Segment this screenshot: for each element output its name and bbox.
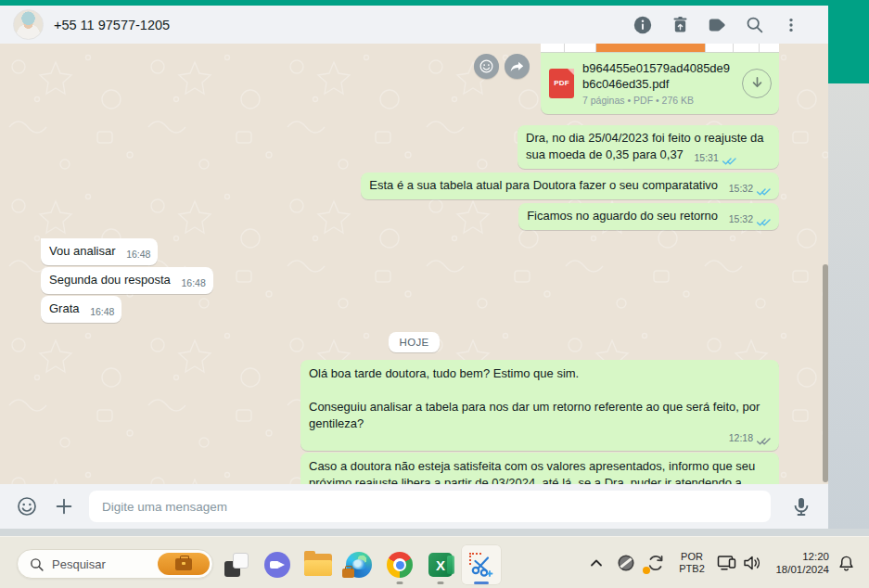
message-row: Grata 16:48 (0, 296, 828, 323)
attach-plus-icon[interactable] (52, 494, 76, 518)
message-text: Esta é a sua tabela atual para Doutora f… (369, 178, 718, 192)
download-icon[interactable] (742, 69, 772, 98)
react-emoji-icon[interactable] (474, 54, 499, 79)
chevron-up-icon[interactable] (584, 537, 608, 588)
file-explorer-icon[interactable] (298, 544, 339, 585)
composer-bar (0, 484, 828, 529)
read-ticks-icon (756, 217, 772, 227)
excel-icon[interactable]: X (420, 544, 461, 585)
message-bubble[interactable]: Vou analisar 16:48 (41, 238, 158, 265)
clock[interactable]: 12:20 18/01/2024 (766, 537, 829, 588)
blocked-icon[interactable] (613, 537, 639, 588)
teams-chat-icon[interactable] (257, 544, 298, 585)
read-ticks-icon (722, 156, 737, 166)
edge-work-badge (342, 569, 354, 578)
message-time: 12:18 (729, 429, 753, 446)
message-text: Ficamos no aguardo do seu retorno (527, 209, 718, 223)
clock-time: 12:20 (802, 550, 829, 563)
cast-display-icon[interactable] (714, 537, 740, 588)
message-row: Segunda dou resposta 16:48 (0, 267, 828, 294)
message-row: PDF b964455e01579ad4085de9b6c046ed35.pdf… (0, 44, 828, 114)
message-time: 15:31 (694, 149, 718, 166)
sync-icon[interactable] (643, 537, 669, 588)
forward-icon[interactable] (505, 54, 530, 79)
date-divider: HOJE (0, 332, 828, 352)
message-text: Olá boa tarde doutora, tudo bem? Estimo … (309, 365, 771, 382)
message-time: 16:48 (90, 303, 114, 320)
active-indicator (474, 582, 489, 584)
message-bubble[interactable]: Esta é a sua tabela atual para Doutora f… (361, 173, 779, 199)
sync-alert-dot (643, 567, 650, 574)
message-bubble[interactable]: Caso a doutora não esteja satisfeita com… (300, 453, 779, 484)
read-ticks-icon (756, 186, 772, 197)
message-row: Caso a doutora não esteja satisfeita com… (0, 453, 828, 484)
menu-icon[interactable] (780, 14, 802, 36)
bell-icon[interactable] (833, 537, 859, 588)
message-text: Segunda dou resposta (49, 273, 171, 287)
delivered-ticks-icon (756, 436, 772, 446)
chat-header: +55 11 97577-1205 (0, 6, 828, 44)
message-text: Vou analisar (49, 244, 116, 258)
chrome-icon[interactable] (379, 544, 420, 585)
background-window-teal (828, 0, 869, 83)
edge-icon[interactable] (339, 544, 379, 585)
message-bubble[interactable]: Ficamos no aguardo do seu retorno 15:32 (518, 203, 779, 230)
contact-avatar[interactable] (13, 9, 44, 40)
pdf-attachment-bubble[interactable]: PDF b964455e01579ad4085de9b6c046ed35.pdf… (541, 44, 779, 114)
message-row: Dra, no dia 25/04/2023 foi feito o reaju… (0, 125, 828, 169)
message-time: 16:48 (126, 246, 150, 262)
mic-icon[interactable] (789, 494, 813, 518)
message-bubble[interactable]: Grata 16:48 (41, 296, 121, 323)
message-hover-actions (474, 54, 530, 79)
language-line2: PTB2 (679, 563, 705, 575)
message-time: 16:48 (181, 275, 205, 291)
search-icon[interactable] (743, 14, 765, 36)
message-text: Caso a doutora não esteja satisfeita com… (309, 458, 771, 484)
taskbar: X POR PTB2 12:20 18/01/2024 (0, 536, 869, 588)
background-window-panel (828, 83, 869, 529)
taskbar-apps: X (216, 544, 502, 585)
message-row: Vou analisar 16:48 (0, 238, 828, 265)
message-text: Conseguiu analisar a tabela para nos dar… (309, 399, 771, 432)
chat-area: PDF b964455e01579ad4085de9b6c046ed35.pdf… (0, 44, 828, 484)
message-row: Esta é a sua tabela atual para Doutora f… (0, 173, 828, 199)
pdf-meta: 7 páginas • PDF • 276 KB (582, 95, 734, 106)
message-time: 15:32 (729, 180, 753, 197)
message-input[interactable] (89, 491, 771, 522)
clock-date: 18/01/2024 (775, 563, 829, 576)
label-icon[interactable] (706, 14, 728, 36)
search-highlight-image[interactable] (158, 553, 210, 575)
snipping-tool-icon[interactable] (461, 544, 502, 585)
speaker-icon[interactable] (740, 537, 766, 588)
taskbar-search[interactable] (17, 549, 213, 579)
language-indicator[interactable]: POR PTB2 (673, 537, 710, 588)
pdf-icon: PDF (549, 69, 574, 98)
task-view-icon[interactable] (216, 544, 257, 585)
info-icon[interactable] (632, 14, 654, 36)
window-bottom-edge (0, 529, 869, 536)
header-actions (632, 14, 815, 36)
message-bubble[interactable]: Olá boa tarde doutora, tudo bem? Estimo … (300, 360, 779, 451)
message-text: Grata (49, 301, 80, 315)
pdf-filename: b964455e01579ad4085de9b6c046ed35.pdf (582, 60, 734, 92)
message-bubble[interactable]: Dra, no dia 25/04/2023 foi feito o reaju… (518, 125, 779, 169)
running-indicator (438, 582, 444, 584)
contact-name[interactable]: +55 11 97577-1205 (54, 18, 170, 32)
taskbar-search-input[interactable] (52, 557, 140, 571)
emoji-icon[interactable] (15, 494, 39, 518)
message-time: 15:32 (729, 211, 753, 227)
message-row: Olá boa tarde doutora, tudo bem? Estimo … (0, 360, 828, 451)
delete-icon[interactable] (669, 14, 691, 36)
date-chip: HOJE (389, 332, 441, 352)
pdf-preview-thumbnail (541, 44, 779, 53)
running-indicator (397, 582, 403, 584)
message-row: Ficamos no aguardo do seu retorno 15:32 (0, 203, 828, 230)
message-bubble[interactable]: Segunda dou resposta 16:48 (41, 267, 213, 294)
language-line1: POR (681, 551, 703, 563)
